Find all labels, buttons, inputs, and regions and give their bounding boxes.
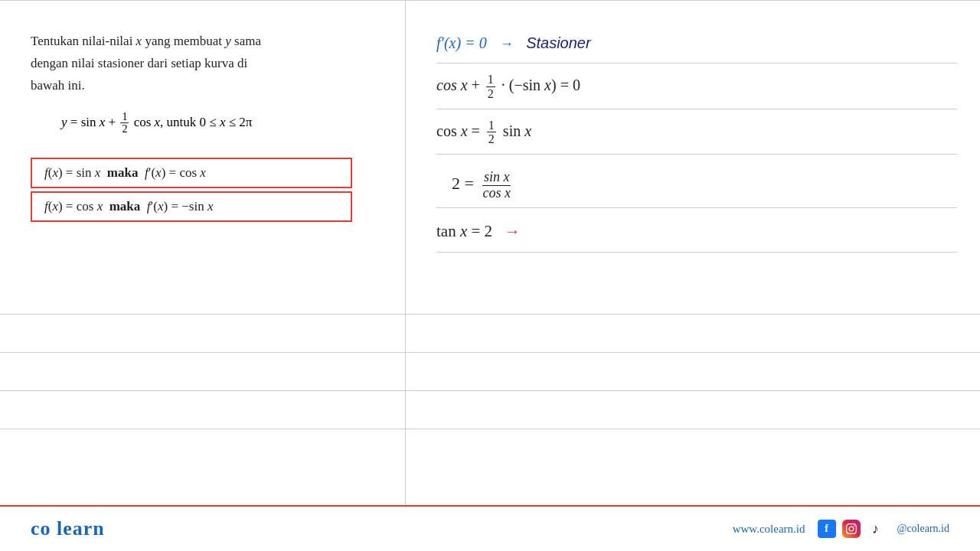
divider-5: [436, 252, 957, 253]
solution-line-4: 2 = sin x cos x: [452, 170, 957, 201]
divider-2: [436, 109, 957, 109]
question-text: Tentukan nilai-nilai x yang membuat y sa…: [31, 31, 382, 97]
divider-4: [436, 207, 957, 208]
right-panel: f′(x) = 0 → Stasioner cos x + 12 · (−sin…: [406, 0, 980, 505]
footer: co learn www.colearn.id f ♪ @colearn.id: [0, 505, 980, 551]
formula-boxes: f(x) = sin x maka f′(x) = cos x f(x) = c…: [31, 158, 382, 222]
solution-line-5: tan x = 2 →: [436, 219, 957, 245]
solution-line-1: f′(x) = 0 → Stasioner: [436, 31, 957, 55]
tiktok-icon: ♪: [867, 520, 885, 538]
derivative-box-1: f(x) = sin x maka f′(x) = cos x: [31, 158, 352, 188]
solution-line-3: cos x = 12 sin x: [436, 119, 957, 147]
social-icons: f ♪: [818, 520, 885, 538]
divider-1: [436, 63, 957, 64]
solution-line-2: cos x + 12 · (−sin x) = 0: [436, 73, 957, 101]
footer-right: www.colearn.id f ♪ @colearn.id: [733, 520, 949, 538]
footer-url: www.colearn.id: [733, 523, 805, 536]
solution-content: f′(x) = 0 → Stasioner cos x + 12 · (−sin…: [436, 31, 957, 253]
facebook-icon: f: [818, 520, 836, 538]
derivative-box-2: f(x) = cos x maka f′(x) = −sin x: [31, 191, 352, 222]
left-panel: Tentukan nilai-nilai x yang membuat y sa…: [0, 0, 406, 505]
divider-3: [436, 154, 957, 155]
formula-line: y = sin x + 12 cos x, untuk 0 ≤ x ≤ 2π: [61, 111, 382, 135]
instagram-icon: [842, 520, 861, 538]
social-handle: @colearn.id: [897, 523, 949, 535]
logo: co learn: [31, 517, 105, 540]
